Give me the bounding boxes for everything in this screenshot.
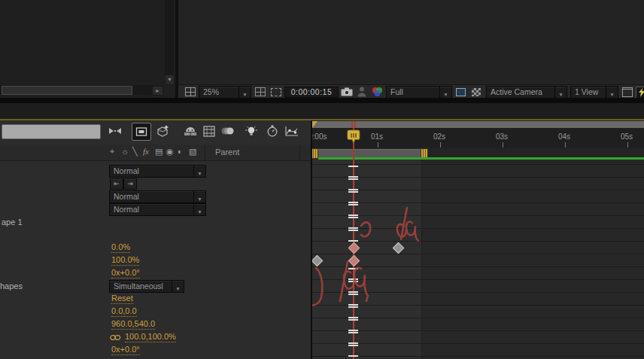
- region-of-interest-button[interactable]: [269, 87, 283, 97]
- chevron-down-icon: ▼: [606, 87, 618, 98]
- rgb-channels-icon: [372, 87, 383, 97]
- draft-3d-icon: [135, 126, 147, 137]
- out-point-button[interactable]: ⇥: [123, 178, 137, 190]
- ruler-label: 03s: [496, 132, 508, 141]
- draft-3d-button[interactable]: [132, 123, 151, 141]
- magnification-dropdown[interactable]: 25% ▼: [199, 86, 251, 99]
- frame-blending-button[interactable]: [200, 123, 218, 139]
- scroll-right-icon: ►: [155, 88, 160, 93]
- camera-view-dropdown[interactable]: Active Camera ▼: [486, 86, 567, 99]
- layer-name-label[interactable]: ape 1: [2, 218, 23, 227]
- layer-row: Normal ▼: [0, 202, 311, 215]
- timeline-search-input[interactable]: [2, 124, 101, 139]
- timeline-left-pane: ⌖ ☼ ╲ fx ▤ ◉ ◐ ▧ Parent Normal ▼ ⇤ ⇥ Nor…: [0, 120, 311, 359]
- ruler-label: 05s: [621, 132, 633, 141]
- view-layout-value: 1 View: [571, 87, 606, 98]
- shy-layers-button[interactable]: [181, 123, 200, 139]
- frame-blend-switch-icon: ▤: [155, 147, 163, 157]
- mini-flowchart-button[interactable]: [105, 123, 125, 139]
- filmstrip-icon: [203, 126, 215, 137]
- anchor-point-row: 0.0,0.0: [0, 305, 311, 318]
- quality-switch-icon: ╲: [132, 147, 138, 157]
- chevron-down-icon: ▼: [193, 191, 205, 202]
- graph-editor-button[interactable]: [282, 123, 302, 139]
- transparency-grid-icon: [472, 88, 481, 96]
- channel-settings-button[interactable]: [369, 86, 384, 98]
- transparency-grid-button[interactable]: [469, 87, 483, 97]
- timecode-display[interactable]: 0:00:00:15: [284, 87, 339, 98]
- blend-mode-dropdown-1[interactable]: Normal ▼: [109, 165, 206, 178]
- lightning-icon: [638, 88, 644, 97]
- position-row: 960.0,540.0: [0, 318, 311, 330]
- layer-name-row: ape 1: [0, 215, 311, 228]
- transform-row: Reset: [0, 292, 311, 305]
- panel-gap-lower: [0, 103, 644, 119]
- anchor-point-value[interactable]: 0.0,0.0: [111, 306, 137, 317]
- scroll-down-button[interactable]: ▼: [165, 75, 175, 85]
- threed-switch-icon: ▧: [189, 147, 196, 157]
- grid-options-button[interactable]: [184, 87, 197, 97]
- flowchart-button[interactable]: [636, 87, 644, 99]
- property-value[interactable]: 0.0%: [111, 242, 130, 253]
- snapshot-button[interactable]: [339, 86, 354, 98]
- graph-editor-icon: [284, 126, 299, 137]
- horizontal-scroll-thumb[interactable]: [2, 86, 132, 95]
- timeline-button[interactable]: [621, 87, 634, 97]
- timeline-graph-area: 0:00s 01s 02s 03s 04s 05s: [312, 120, 644, 359]
- timecode-value: 0:00:00:15: [291, 87, 333, 96]
- scroll-right-button[interactable]: ►: [152, 86, 163, 96]
- shapes-mode-dropdown[interactable]: Simultaneousl ▼: [109, 280, 184, 293]
- chevron-down-icon: ▼: [238, 87, 251, 98]
- in-point-button[interactable]: ⇤: [110, 178, 123, 190]
- scale-value[interactable]: 100.0,100.0%: [125, 332, 176, 342]
- fx-switch-icon: fx: [143, 147, 149, 156]
- cube-star-icon: [155, 125, 170, 137]
- target-region-icon: [456, 88, 466, 96]
- timeline-column-header: ⌖ ☼ ╲ fx ▤ ◉ ◐ ▧ Parent: [0, 145, 311, 161]
- chevron-down-icon: ▼: [172, 281, 184, 292]
- link-icon[interactable]: [110, 334, 121, 341]
- shapes-mode-value: Simultaneousl: [110, 281, 172, 292]
- panel-gap: [0, 98, 644, 103]
- motion-blur-button[interactable]: [219, 123, 237, 139]
- vertical-scrollbar[interactable]: [165, 0, 174, 84]
- after-effects-workspace: ▼ ► 25% ▼ 0:00:00:15: [0, 0, 644, 359]
- adjustment-switch-icon: ◐: [178, 147, 183, 156]
- resolution-dropdown[interactable]: Full ▼: [386, 86, 452, 99]
- person-icon: [357, 87, 366, 97]
- auto-keyframe-button[interactable]: [263, 123, 281, 139]
- rotation-value[interactable]: 0x+0.0°: [111, 345, 140, 355]
- layer-row: Normal ▼: [0, 164, 311, 177]
- chevron-down-icon: ▼: [439, 87, 451, 98]
- grid-guides-icon: [255, 87, 266, 96]
- in-point-icon: ⇤: [114, 180, 120, 187]
- grid-guides-button[interactable]: [254, 87, 267, 97]
- ruler-tick: [565, 142, 566, 148]
- ruler-tick: [627, 142, 628, 148]
- brainstorm-button[interactable]: [241, 123, 262, 139]
- grid-options-icon: [185, 87, 196, 96]
- resolution-value: Full: [387, 87, 439, 98]
- chevron-down-icon: ▼: [193, 204, 205, 215]
- region-of-interest-icon: [271, 88, 281, 96]
- parent-column-label: Parent: [215, 148, 239, 157]
- position-value[interactable]: 960.0,540.0: [111, 319, 155, 330]
- blend-mode-dropdown-2[interactable]: Normal ▼: [109, 190, 206, 203]
- property-row: 0x+0.0°: [0, 266, 311, 279]
- live-3d-button[interactable]: [153, 123, 172, 139]
- property-value[interactable]: 0x+0.0°: [111, 268, 140, 278]
- target-region-button[interactable]: [454, 87, 467, 97]
- property-row: 100.0%: [0, 254, 311, 266]
- property-value[interactable]: 100.0%: [111, 255, 139, 266]
- reset-link[interactable]: Reset: [111, 294, 133, 304]
- blend-mode-dropdown-3[interactable]: Normal ▼: [109, 203, 206, 216]
- scale-row: 100.0,100.0%: [0, 330, 311, 343]
- camera-icon: [341, 87, 353, 96]
- column-divider: [205, 145, 205, 160]
- ruler-tick: [503, 142, 503, 148]
- layer-row: Normal ▼: [0, 190, 311, 202]
- show-snapshot-button[interactable]: [356, 86, 368, 98]
- view-layout-dropdown[interactable]: 1 View ▼: [570, 86, 618, 99]
- motion-blur-icon: [221, 126, 235, 136]
- timeline-icon: [622, 87, 633, 97]
